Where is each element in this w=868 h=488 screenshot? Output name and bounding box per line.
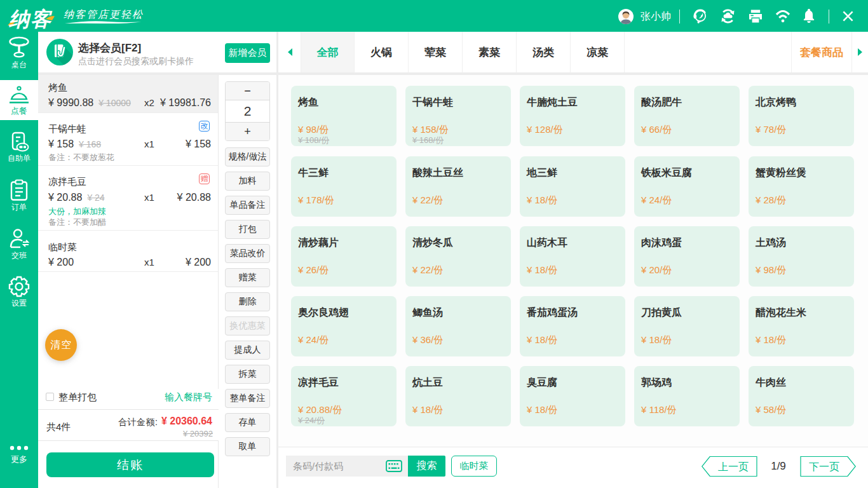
svg-text:下一页: 下一页 — [809, 461, 839, 472]
svg-text:上一页: 上一页 — [718, 461, 749, 472]
